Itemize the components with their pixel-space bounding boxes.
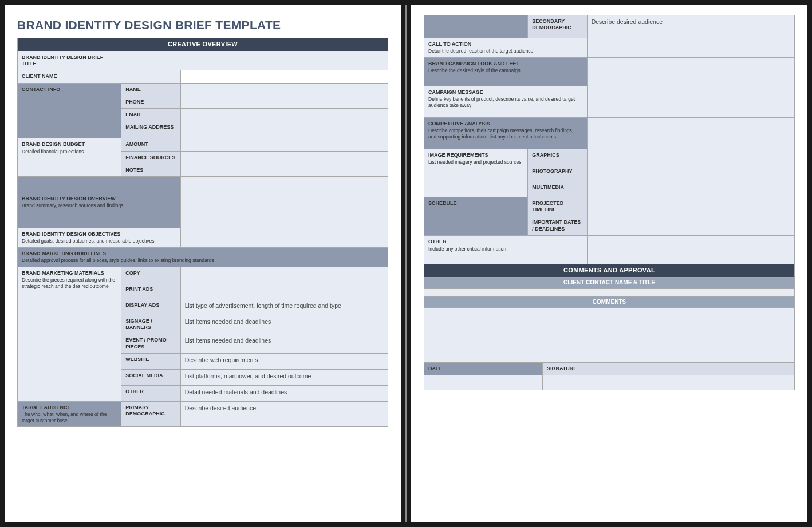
label-phone: PHONE (121, 96, 181, 108)
bar-client-contact: CLIENT CONTACT NAME & TITLE (424, 278, 795, 289)
label-notes: NOTES (121, 164, 181, 176)
input-mailing[interactable] (180, 121, 388, 138)
input-secondary-demo[interactable]: Describe desired audience (587, 15, 794, 38)
input-fin-sources[interactable] (180, 151, 388, 164)
page-title: BRAND IDENTITY DESIGN BRIEF TEMPLATE (17, 18, 388, 32)
page-1: BRAND IDENTITY DESIGN BRIEF TEMPLATE CRE… (5, 5, 401, 522)
input-cta[interactable] (587, 38, 794, 58)
label-budget: BRAND DESIGN BUDGET Detailed financial p… (18, 138, 121, 177)
input-competitive[interactable] (587, 117, 794, 149)
label-other-mat: OTHER (121, 385, 181, 401)
label-amount: AMOUNT (121, 138, 181, 151)
label-brief-title: BRAND IDENTITY DESIGN BRIEF TITLE (18, 51, 121, 70)
label-copy: COPY (121, 267, 181, 283)
input-look-feel[interactable] (587, 57, 794, 86)
label-display-ads: DISPLAY ADS (121, 299, 181, 315)
input-display-ads[interactable]: List type of advertisement, length of ti… (180, 299, 388, 315)
label-social: SOCIAL MEDIA (121, 369, 181, 385)
label-overview: BRAND IDENTITY DESIGN OVERVIEW Brand sum… (18, 177, 181, 228)
input-name[interactable] (180, 83, 388, 96)
page-2: SECONDARY DEMOGRAPHIC Describe desired a… (411, 5, 807, 522)
input-print-ads[interactable] (180, 283, 388, 299)
input-timeline[interactable] (587, 197, 794, 216)
label-other: OTHER Include any other critical informa… (424, 236, 588, 264)
input-website[interactable]: Describe web requirements (180, 353, 388, 369)
input-multimedia[interactable] (587, 181, 794, 197)
signature-table: DATE SIGNATURE (424, 362, 795, 390)
label-image-req: IMAGE REQUIREMENTS List needed imagery a… (424, 149, 528, 197)
input-social[interactable]: List platforms, manpower, and desired ou… (180, 369, 388, 385)
page-divider (405, 5, 407, 522)
document-spread: BRAND IDENTITY DESIGN BRIEF TEMPLATE CRE… (5, 5, 807, 522)
input-graphics[interactable] (587, 149, 794, 165)
label-mailing: MAILING ADDRESS (121, 121, 181, 138)
label-email: EMAIL (121, 109, 181, 121)
input-client-name[interactable] (180, 70, 388, 83)
section-creative-overview: CREATIVE OVERVIEW (18, 38, 388, 51)
input-overview[interactable] (180, 177, 388, 228)
input-signage[interactable]: List items needed and deadlines (180, 315, 388, 334)
label-target-cont (424, 15, 528, 38)
label-deadlines: IMPORTANT DATES / DEADLINES (528, 216, 588, 236)
label-website: WEBSITE (121, 353, 181, 369)
input-other[interactable] (587, 236, 794, 264)
label-multimedia: MULTIMEDIA (528, 181, 588, 197)
input-deadlines[interactable] (587, 216, 794, 236)
label-graphics: GRAPHICS (528, 149, 588, 165)
input-comments[interactable] (424, 308, 795, 362)
label-schedule: SCHEDULE (424, 197, 528, 236)
label-print-ads: PRINT ADS (121, 283, 181, 299)
label-name: NAME (121, 83, 181, 96)
input-phone[interactable] (180, 96, 388, 108)
label-date: DATE (424, 363, 543, 375)
label-competitive: COMPETITIVE ANALYSIS Describe competitor… (424, 117, 588, 149)
label-guidelines: BRAND MARKETING GUIDELINES Detailed appr… (18, 247, 388, 267)
label-cta: CALL TO ACTION Detail the desired reacti… (424, 38, 588, 58)
input-email[interactable] (180, 109, 388, 121)
input-signature[interactable] (543, 375, 795, 390)
input-brief-title[interactable] (121, 51, 388, 70)
input-amount[interactable] (180, 138, 388, 151)
label-signage: SIGNAGE / BANNERS (121, 315, 181, 334)
input-primary-demo[interactable]: Describe desired audience (180, 401, 388, 427)
label-client-name: CLIENT NAME (18, 70, 181, 83)
input-client-contact[interactable] (424, 288, 795, 296)
label-objectives: BRAND IDENTITY DESIGN OBJECTIVES Detaile… (18, 228, 181, 248)
label-primary-demo: PRIMARY DEMOGRAPHIC (121, 401, 181, 427)
label-look-feel: BRAND CAMPAIGN LOOK AND FEEL Describe th… (424, 57, 588, 86)
input-notes[interactable] (180, 164, 388, 176)
section-comments-approval: COMMENTS AND APPROVAL (424, 264, 795, 278)
label-secondary-demo: SECONDARY DEMOGRAPHIC (528, 15, 588, 38)
label-event: EVENT / PROMO PIECES (121, 334, 181, 354)
label-fin-sources: FINANCE SOURCES (121, 151, 181, 164)
form-table-2: SECONDARY DEMOGRAPHIC Describe desired a… (424, 15, 795, 362)
input-objectives[interactable] (180, 228, 388, 248)
label-signature: SIGNATURE (543, 363, 795, 375)
input-event[interactable]: List items needed and deadlines (180, 334, 388, 354)
bar-comments: COMMENTS (424, 296, 795, 308)
input-photography[interactable] (587, 165, 794, 181)
input-campaign-msg[interactable] (587, 86, 794, 117)
input-copy[interactable] (180, 267, 388, 283)
label-timeline: PROJECTED TIMELINE (528, 197, 588, 216)
input-date[interactable] (424, 375, 543, 390)
label-photography: PHOTOGRAPHY (528, 165, 588, 181)
label-contact-info: CONTACT INFO (18, 83, 121, 138)
label-materials: BRAND MARKETING MATERIALS Describe the p… (18, 267, 121, 401)
label-campaign-msg: CAMPAIGN MESSAGE Define key benefits of … (424, 86, 588, 117)
label-target: TARGET AUDIENCE The who, what, when, and… (18, 401, 121, 427)
input-other-mat[interactable]: Detail needed materials and deadlines (180, 385, 388, 401)
form-table-1: CREATIVE OVERVIEW BRAND IDENTITY DESIGN … (17, 38, 388, 427)
